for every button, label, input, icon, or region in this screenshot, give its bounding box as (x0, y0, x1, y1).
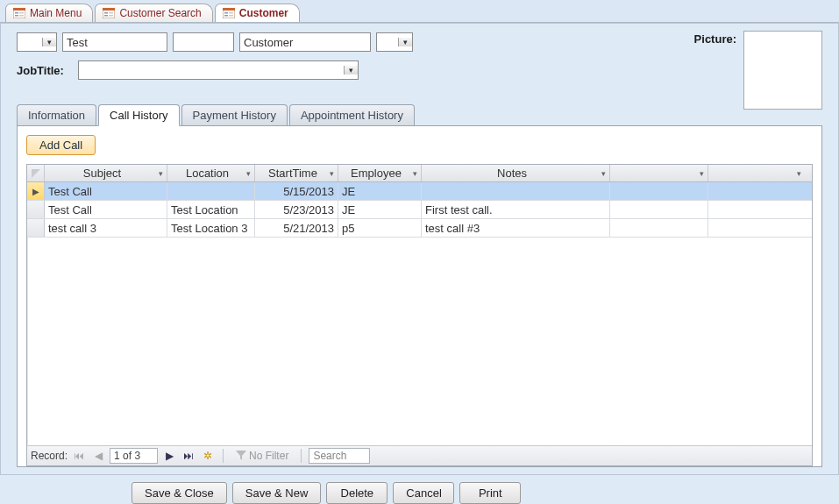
cell-employee[interactable]: JE (338, 201, 422, 218)
sort-icon[interactable]: ▾ (330, 169, 334, 178)
sort-icon[interactable]: ▾ (159, 169, 163, 178)
column-header-notes[interactable]: Notes▾ (422, 165, 610, 181)
svg-rect-11 (109, 15, 113, 17)
separator (301, 449, 302, 463)
record-navigator: Record: ⏮ ◀ 1 of 3 ▶ ⏭ ✲ No Filter Searc… (27, 445, 812, 465)
cell-subject[interactable]: Test Call (45, 182, 167, 200)
cell-blank[interactable] (610, 219, 708, 237)
cell-blank[interactable] (708, 201, 805, 218)
cancel-button[interactable]: Cancel (393, 482, 454, 504)
filter-indicator[interactable]: No Filter (236, 450, 288, 462)
picture-box[interactable] (743, 31, 822, 110)
add-call-button[interactable]: Add Call (26, 135, 96, 155)
window-tab-customer-search[interactable]: Customer Search (95, 4, 212, 22)
nav-prev-button[interactable]: ◀ (90, 448, 106, 464)
cell-blank[interactable] (610, 201, 708, 218)
tab-payment-history[interactable]: Payment History (181, 104, 288, 125)
print-button[interactable]: Print (459, 482, 521, 504)
first-name-field[interactable]: Test (62, 32, 167, 52)
middle-name-field[interactable] (173, 32, 234, 52)
cell-location[interactable]: Test Location 3 (167, 219, 255, 237)
chevron-down-icon[interactable]: ▾ (398, 38, 412, 46)
svg-rect-7 (103, 8, 115, 11)
table-row[interactable]: Test Call Test Location 5/23/2013 JE Fir… (27, 201, 812, 219)
row-selector[interactable]: ▶ (27, 182, 45, 200)
table-row[interactable]: test call 3 Test Location 3 5/21/2013 p5… (27, 219, 812, 238)
save-close-button[interactable]: Save & Close (132, 482, 227, 504)
window-tab-main-menu[interactable]: Main Menu (5, 4, 93, 22)
calls-grid: Subject▾ Location▾ StartTime▾ Employee▾ … (26, 164, 813, 466)
suffix-combo[interactable]: ▾ (376, 32, 413, 52)
detail-tab-control: Information Call History Payment History… (17, 104, 822, 467)
picture-label: Picture: (694, 31, 736, 46)
cell-notes[interactable] (422, 182, 610, 200)
column-label: StartTime (259, 167, 327, 180)
nav-new-button[interactable]: ✲ (200, 448, 216, 464)
nav-position-field[interactable]: 1 of 3 (110, 448, 158, 464)
select-all-icon (32, 169, 40, 178)
cell-starttime[interactable]: 5/15/2013 (255, 182, 338, 200)
column-header-employee[interactable]: Employee▾ (338, 165, 422, 181)
table-row[interactable]: ▶ Test Call 5/15/2013 JE (27, 182, 812, 201)
job-title-combo[interactable]: ▾ (78, 60, 359, 80)
cell-notes[interactable]: First test call. (422, 201, 610, 218)
sort-icon[interactable]: ▾ (700, 169, 704, 178)
picture-area: Picture: (694, 31, 822, 110)
filter-label: No Filter (249, 450, 288, 462)
last-name-field[interactable]: Customer (239, 32, 371, 52)
cell-employee[interactable]: p5 (338, 219, 422, 237)
grid-body[interactable]: ▶ Test Call 5/15/2013 JE Test Call Test … (27, 182, 812, 445)
title-combo[interactable]: ▾ (17, 32, 57, 52)
cell-employee[interactable]: JE (338, 182, 422, 200)
nav-position-value: 1 of 3 (114, 450, 140, 462)
tab-information[interactable]: Information (17, 104, 96, 125)
select-all-cell[interactable] (27, 165, 45, 181)
column-header-blank2[interactable]: ▾ (708, 165, 805, 181)
column-label: Subject (48, 167, 156, 180)
form-icon (223, 8, 235, 18)
nav-first-button[interactable]: ⏮ (71, 448, 87, 464)
chevron-down-icon[interactable]: ▾ (42, 38, 56, 46)
cell-location[interactable] (167, 182, 255, 200)
first-name-value: Test (67, 36, 88, 49)
cell-blank[interactable] (708, 182, 805, 200)
nav-next-button[interactable]: ▶ (161, 448, 177, 464)
cell-subject[interactable]: test call 3 (45, 219, 167, 237)
svg-rect-10 (109, 12, 113, 14)
column-label: Location (171, 167, 244, 180)
cell-starttime[interactable]: 5/23/2013 (255, 201, 338, 218)
sort-icon[interactable]: ▾ (797, 169, 801, 178)
cell-location[interactable]: Test Location (167, 201, 255, 218)
tab-appointment-history[interactable]: Appointment History (289, 104, 415, 125)
chevron-down-icon[interactable]: ▾ (344, 66, 358, 75)
sort-icon[interactable]: ▾ (246, 169, 251, 178)
window-tab-label: Customer (239, 7, 288, 19)
row-selector[interactable] (27, 219, 45, 237)
svg-rect-15 (224, 15, 228, 17)
nav-search-field[interactable]: Search (309, 448, 370, 464)
column-header-blank1[interactable]: ▾ (610, 165, 708, 181)
cell-notes[interactable]: test call #3 (422, 219, 610, 237)
cell-subject[interactable]: Test Call (45, 201, 167, 218)
svg-rect-1 (13, 8, 25, 11)
delete-button[interactable]: Delete (326, 482, 388, 504)
grid-header: Subject▾ Location▾ StartTime▾ Employee▾ … (27, 165, 812, 182)
svg-rect-3 (15, 15, 18, 17)
tab-call-history[interactable]: Call History (98, 104, 179, 126)
sort-icon[interactable]: ▾ (413, 169, 417, 178)
svg-rect-5 (19, 15, 24, 17)
column-label: Employee (342, 167, 410, 180)
row-selector[interactable] (27, 201, 45, 218)
cell-starttime[interactable]: 5/21/2013 (255, 219, 338, 237)
job-title-label: JobTitle: (17, 64, 69, 77)
column-header-subject[interactable]: Subject▾ (45, 165, 167, 181)
column-header-starttime[interactable]: StartTime▾ (255, 165, 338, 181)
svg-rect-2 (15, 12, 18, 14)
window-tab-customer[interactable]: Customer (215, 4, 300, 22)
nav-last-button[interactable]: ⏭ (181, 448, 196, 464)
sort-icon[interactable]: ▾ (601, 169, 606, 178)
cell-blank[interactable] (610, 182, 708, 200)
save-new-button[interactable]: Save & New (232, 482, 322, 504)
cell-blank[interactable] (708, 219, 805, 237)
column-header-location[interactable]: Location▾ (167, 165, 255, 181)
